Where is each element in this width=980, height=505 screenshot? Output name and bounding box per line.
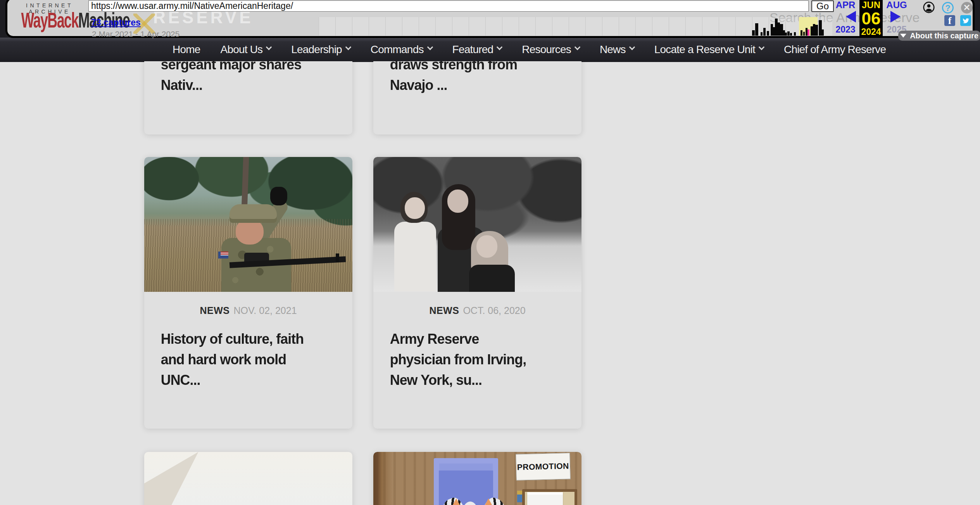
card-meta: NEWSOCT. 06, 2020: [373, 305, 581, 316]
card-image-soldier-in-field: [144, 157, 352, 292]
chevron-down-icon: [629, 44, 635, 50]
promotion-sign: PROMOTION: [516, 453, 570, 481]
card-date: NOV. 02, 2021: [233, 305, 297, 316]
capture-bar[interactable]: [803, 32, 805, 36]
capture-bar[interactable]: [785, 33, 787, 36]
nav-item-home[interactable]: Home: [173, 43, 200, 56]
news-card-partial-bottom-left[interactable]: [144, 452, 352, 505]
news-card-army-physician[interactable]: NEWSOCT. 06, 2020 Army Reserve physician…: [373, 157, 581, 429]
facebook-icon[interactable]: f: [944, 15, 955, 26]
capture-bar[interactable]: [821, 29, 824, 36]
chevron-down-icon: [497, 44, 503, 50]
capture-bar[interactable]: [755, 23, 758, 36]
capture-bar[interactable]: [767, 31, 769, 36]
main-nav-items: HomeAbout UsLeadershipCommandsFeaturedRe…: [173, 43, 886, 56]
current-capture-column: JUN 06 2024: [859, 0, 883, 36]
nav-item-locate-a-reserve-unit[interactable]: Locate a Reserve Unit: [654, 43, 764, 56]
card-meta: NEWSNOV. 02, 2021: [144, 305, 352, 316]
capture-bar[interactable]: [787, 31, 790, 36]
news-card-partial-bottom-right[interactable]: PROMOTION: [373, 452, 581, 505]
about-this-capture-button[interactable]: About this capture: [898, 31, 980, 41]
card-image-family-in-snow: [373, 157, 581, 292]
prev-month-label[interactable]: APR: [833, 0, 858, 10]
capture-bar[interactable]: [815, 25, 818, 36]
capture-bar[interactable]: [775, 19, 778, 36]
twitter-icon[interactable]: [960, 15, 971, 26]
chevron-down-icon: [345, 44, 352, 50]
chevron-down-icon: [266, 44, 272, 50]
nav-item-leadership[interactable]: Leadership: [291, 43, 350, 56]
prev-capture-arrow-icon[interactable]: [846, 11, 856, 22]
capture-bar[interactable]: [761, 32, 763, 36]
chevron-down-icon: [575, 44, 581, 50]
nav-item-news[interactable]: News: [600, 43, 634, 56]
help-icon[interactable]: ?: [942, 2, 954, 14]
capture-bar[interactable]: [801, 30, 802, 36]
captures-link[interactable]: 73 captures: [91, 17, 141, 28]
capture-bar[interactable]: [752, 30, 755, 36]
next-capture-arrow-icon[interactable]: [890, 11, 901, 22]
news-card-history-culture[interactable]: NEWSNOV. 02, 2021 History of culture, fa…: [144, 157, 352, 429]
nav-item-about-us[interactable]: About Us: [221, 43, 271, 56]
prev-year-label[interactable]: 2023: [833, 24, 858, 35]
wayback-url-input[interactable]: [88, 0, 809, 12]
next-month-label[interactable]: AUG: [885, 0, 909, 10]
chevron-down-icon: [900, 34, 906, 38]
chevron-down-icon: [427, 44, 433, 50]
wayback-machine-logo[interactable]: WayBackMachine: [21, 7, 81, 33]
card-image-ceremony-room: [144, 452, 352, 505]
nav-item-commands[interactable]: Commands: [371, 43, 432, 56]
close-icon[interactable]: ✕: [961, 2, 973, 14]
card-title: Army Reserve physician from Irving, New …: [373, 329, 575, 390]
nav-item-featured[interactable]: Featured: [452, 43, 502, 56]
go-button[interactable]: Go: [811, 0, 834, 12]
news-badge: NEWS: [200, 305, 229, 316]
nav-item-chief-of-army-reserve[interactable]: Chief of Army Reserve: [784, 43, 886, 56]
capture-bar-current[interactable]: [807, 29, 809, 36]
main-nav: HomeAbout UsLeadershipCommandsFeaturedRe…: [0, 38, 980, 61]
card-title: History of culture, faith and hard work …: [144, 329, 346, 390]
current-day-label: 06: [859, 10, 883, 27]
capture-date-range: 2 Mar 2021 - 1 Apr 2025: [92, 29, 179, 39]
nav-item-resources[interactable]: Resources: [522, 43, 580, 56]
news-badge: NEWS: [429, 305, 459, 316]
capture-bar[interactable]: [763, 28, 766, 36]
profile-icon[interactable]: [923, 2, 935, 13]
card-date: OCT. 06, 2020: [463, 305, 525, 316]
capture-bar[interactable]: [794, 32, 796, 36]
chevron-down-icon: [759, 44, 765, 50]
card-image-promotion-ceremony: PROMOTION: [373, 452, 581, 505]
capture-sparkline[interactable]: [319, 17, 832, 36]
current-year-label: 2024: [859, 27, 883, 37]
capture-bar[interactable]: [790, 33, 792, 36]
wayback-toolbar: RESERVE Search the Army Reserve INTERNET…: [5, 0, 975, 38]
